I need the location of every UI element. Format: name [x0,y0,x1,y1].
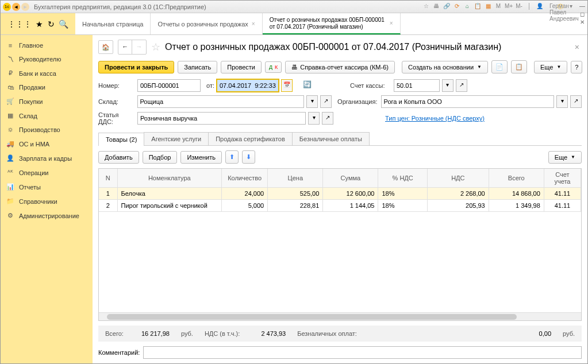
col-nomenclature[interactable]: Номенклатура [117,169,222,188]
dds-open-button[interactable]: ↗ [322,112,333,125]
ruble-icon: ₽ [6,69,14,77]
nav-back-icon[interactable]: ◄ [12,3,20,11]
number-field[interactable] [137,79,201,92]
account-dropdown-button[interactable]: ▾ [442,79,454,92]
sidebar-item-directories[interactable]: 📁Справочники [1,194,93,208]
info-icon[interactable]: ⓘ [556,3,564,11]
col-vat-pct[interactable]: % НДС [378,169,427,188]
tab-retail-report-doc[interactable]: Отчет о розничных продажах 00БП-000001 о… [263,13,401,34]
print-icon[interactable]: 🖶 [432,3,440,11]
col-n[interactable]: N [99,169,117,188]
col-qty[interactable]: Количество [222,169,268,188]
tab-close-icon[interactable]: × [390,20,393,26]
post-button[interactable]: Провести [221,61,262,73]
account-field[interactable] [394,79,440,92]
history-icon[interactable]: ↻ [48,20,55,29]
search-icon[interactable]: 🔍 [59,20,68,29]
sidebar-item-payroll[interactable]: 👤Зарплата и кадры [1,151,93,165]
sidebar-item-purchases[interactable]: 🛒Покупки [1,94,93,109]
attach-button[interactable]: 📄 [491,60,508,73]
m-minus-btn[interactable]: M- [515,3,523,11]
tab-start-page[interactable]: Начальная страница [75,13,151,34]
sidebar-item-manager[interactable]: 〽Руководителю [1,52,93,66]
tab-goods[interactable]: Товары (2) [98,133,144,146]
col-acct[interactable]: Счет учета [544,169,581,188]
refresh-doc-button[interactable]: 🔄 [302,79,313,92]
m-plus-btn[interactable]: M+ [505,3,513,11]
add-row-button[interactable]: Добавить [98,151,139,164]
more-rows-button[interactable]: Еще▼ [548,151,582,164]
move-down-button[interactable]: ⬇ [242,150,255,164]
warehouse-open-button[interactable]: ↗ [320,95,332,108]
sidebar-item-admin[interactable]: ⚙Администрирование [1,208,93,223]
select-button[interactable]: Подбор [143,151,178,164]
home-button[interactable]: 🏠 [98,40,113,54]
sidebar-item-bank[interactable]: ₽Банк и касса [1,66,93,80]
sidebar-item-warehouse[interactable]: ▦Склад [1,109,93,123]
refresh-icon[interactable]: ⟳ [453,3,461,11]
post-and-close-button[interactable]: Провести и закрыть [98,61,174,73]
nav-fwd-icon[interactable]: ► [21,3,29,11]
sidebar-item-assets[interactable]: 🚚ОС и НМА [1,137,93,151]
help-button[interactable]: ? [571,61,582,73]
org-label: Организация: [337,98,378,105]
price-type-link[interactable]: Тип цен: Розничные (НДС сверху) [385,115,485,122]
sidebar-item-production[interactable]: ⛭Производство [1,123,93,137]
move-up-button[interactable]: ⬆ [225,150,239,164]
date-field[interactable] [217,79,279,92]
forward-button[interactable]: → [132,40,146,54]
user-name[interactable]: Герман Павел Андреевич [546,3,554,11]
cashless-label: Безналичных оплат: [297,330,357,337]
dt-kt-button[interactable]: ДК [265,61,282,73]
create-based-button[interactable]: Создать на основании▼ [402,61,488,73]
tab-close-icon[interactable]: × [252,21,255,27]
sidebar-item-operations[interactable]: ᴬᴷОперации [1,165,93,180]
tab-certificates[interactable]: Продажа сертификатов [208,132,293,145]
user-icon[interactable]: 👤 [536,3,544,11]
m-btn[interactable]: M [494,3,502,11]
org-field[interactable] [381,95,555,108]
vat-label: НДС (в т.ч.): [205,330,240,337]
sidebar-item-reports[interactable]: 📊Отчеты [1,180,93,194]
link-icon[interactable]: 🔗 [443,3,451,11]
favorite-button[interactable]: ☆ [151,41,160,53]
cashier-report-button[interactable]: 🖶Справка-отчет кассира (КМ-6) [285,61,395,73]
back-button[interactable]: ← [118,40,132,54]
warehouse-field[interactable] [137,95,305,108]
change-button[interactable]: Изменить [180,151,222,164]
col-sum[interactable]: Сумма [323,169,378,188]
sidebar-item-sales[interactable]: 🛍Продажи [1,80,93,94]
sidebar-item-main[interactable]: ≡Главное [1,38,93,52]
report-icon: 📊 [6,183,14,191]
home-icon[interactable]: ⌂ [463,3,471,11]
dropdown-icon[interactable]: ▾ [567,3,575,11]
table-row[interactable]: 1 Белочка 24,000 525,00 12 600,00 18% 2 … [99,188,581,200]
calc-icon[interactable]: ▦ [484,3,492,11]
comment-field[interactable] [143,346,582,359]
minimize-button[interactable]: — [577,3,587,11]
tab-retail-reports[interactable]: Отчеты о розничных продажах × [151,13,262,34]
dds-field[interactable] [137,112,306,125]
date-picker-button[interactable]: 📅 [281,79,293,92]
bag-icon: 🛍 [6,84,14,91]
org-dropdown-button[interactable]: ▾ [556,95,568,108]
close-page-button[interactable]: × [572,42,582,52]
warehouse-dropdown-button[interactable]: ▾ [306,95,318,108]
tab-agent-services[interactable]: Агентские услуги [144,132,209,145]
table-row[interactable]: 2 Пирог тирольский с черникой 5,000 228,… [99,200,581,212]
tab-cashless[interactable]: Безналичные оплаты [292,132,370,145]
apps-icon[interactable]: ⋮⋮⋮ [7,20,32,29]
org-open-button[interactable]: ↗ [570,95,582,108]
account-open-button[interactable]: ↗ [456,79,467,92]
star-nav-icon[interactable]: ★ [36,20,43,29]
dds-dropdown-button[interactable]: ▾ [308,112,320,125]
col-total[interactable]: Всего [489,169,544,188]
list-button[interactable]: 📋 [511,60,527,73]
col-vat[interactable]: НДС [427,169,489,188]
col-price[interactable]: Цена [268,169,323,188]
favorites-icon[interactable]: ☆ [422,3,430,11]
write-button[interactable]: Записать [178,61,217,73]
calendar-icon[interactable]: 📋 [474,3,482,11]
more-button[interactable]: Еще▼ [534,61,567,73]
horizontal-scrollbar[interactable] [99,312,581,320]
